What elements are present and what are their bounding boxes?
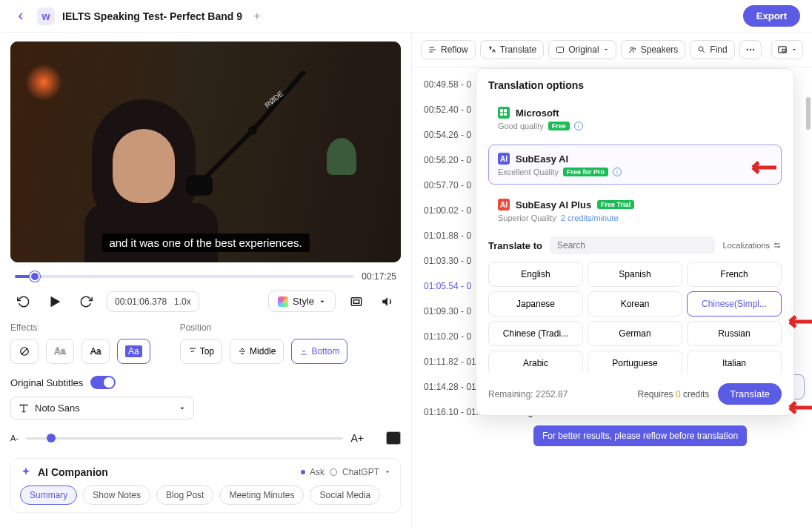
translate-to-label: Translate to bbox=[488, 240, 542, 251]
info-icon[interactable]: i bbox=[613, 168, 622, 176]
language-search-input[interactable] bbox=[550, 236, 715, 254]
rewind-button[interactable] bbox=[13, 291, 34, 312]
top-bar: w IELTS Speaking Test- Perfect Band 9 + … bbox=[0, 0, 812, 33]
microsoft-icon bbox=[498, 107, 510, 119]
duration-label: 00:17:25 bbox=[362, 271, 396, 282]
language-option[interactable]: Russian bbox=[687, 321, 782, 346]
size-knob[interactable] bbox=[47, 434, 56, 443]
layout-button[interactable] bbox=[771, 40, 803, 59]
more-button[interactable] bbox=[739, 40, 762, 59]
svg-point-41 bbox=[775, 243, 776, 245]
language-option[interactable]: Korean bbox=[588, 291, 682, 316]
font-name: Noto Sans bbox=[35, 402, 80, 414]
sparkle-icon bbox=[20, 466, 32, 478]
svg-rect-35 bbox=[500, 109, 503, 112]
svg-marker-5 bbox=[51, 296, 61, 307]
find-button[interactable]: Find bbox=[690, 40, 734, 59]
fullscreen-button[interactable] bbox=[346, 291, 367, 312]
svg-rect-8 bbox=[353, 299, 359, 303]
scrollbar[interactable] bbox=[805, 67, 811, 527]
ai-tab-meeting-minutes[interactable]: Meeting Minutes bbox=[219, 485, 304, 505]
annotation-arrow-2 bbox=[782, 313, 812, 331]
ai-tab-blog-post[interactable]: Blog Post bbox=[156, 485, 213, 505]
ai-tab-social-media[interactable]: Social Media bbox=[310, 485, 380, 505]
time-display[interactable]: 00:01:06.378 1.0x bbox=[107, 291, 199, 312]
font-select[interactable]: Noto Sans bbox=[10, 397, 194, 420]
reflow-tip: For better results, please reflow before… bbox=[533, 425, 747, 446]
reflow-button[interactable]: Reflow bbox=[421, 40, 476, 59]
language-option[interactable]: Chinese(Simpl... bbox=[687, 291, 782, 316]
export-button[interactable]: Export bbox=[743, 5, 800, 27]
svg-rect-37 bbox=[500, 113, 503, 116]
language-option[interactable]: French bbox=[687, 262, 782, 287]
language-option[interactable]: Japanese bbox=[488, 291, 583, 316]
ai-tab-summary[interactable]: Summary bbox=[20, 485, 77, 505]
subtitle-color[interactable] bbox=[386, 431, 401, 445]
left-pane: RØDE and it was one of the best experien… bbox=[0, 33, 411, 527]
requires-label: Requires 0 credits bbox=[638, 389, 710, 400]
svg-rect-33 bbox=[782, 49, 785, 52]
provider-subeasy-ai[interactable]: AI SubEasy AI Excellent Quality Free for… bbox=[488, 145, 782, 185]
svg-rect-3 bbox=[186, 175, 213, 196]
language-option[interactable]: Portuguese bbox=[588, 351, 682, 373]
timeline-track[interactable] bbox=[15, 275, 354, 278]
effect-shadow[interactable]: Aa bbox=[81, 339, 110, 364]
forward-button[interactable] bbox=[76, 291, 96, 312]
language-option[interactable]: Arabic bbox=[488, 351, 583, 373]
effect-box[interactable]: Aa bbox=[117, 339, 150, 364]
language-option[interactable]: German bbox=[588, 321, 682, 346]
svg-marker-17 bbox=[181, 407, 184, 409]
position-top[interactable]: Top bbox=[180, 339, 222, 364]
subtitles-toggle[interactable] bbox=[90, 376, 116, 389]
player-controls: 00:01:06.378 1.0x Style bbox=[10, 291, 401, 312]
style-icon bbox=[278, 296, 288, 307]
video-preview[interactable]: RØDE and it was one of the best experien… bbox=[10, 42, 401, 262]
speakers-button[interactable]: Speakers bbox=[621, 40, 686, 59]
svg-marker-9 bbox=[382, 297, 387, 306]
translate-confirm-button[interactable]: Translate bbox=[718, 383, 782, 405]
font-icon bbox=[19, 403, 29, 414]
provider-microsoft[interactable]: Microsoft Good quality Free i bbox=[488, 99, 782, 139]
timeline-knob[interactable] bbox=[30, 271, 40, 282]
position-bottom[interactable]: Bottom bbox=[291, 339, 347, 364]
effect-none[interactable] bbox=[10, 339, 39, 364]
position-middle[interactable]: Middle bbox=[230, 339, 284, 364]
chevron-down-icon bbox=[384, 468, 391, 476]
svg-rect-36 bbox=[504, 109, 507, 112]
svg-line-28 bbox=[703, 50, 705, 53]
playback-speed: 1.0x bbox=[174, 296, 191, 307]
style-button[interactable]: Style bbox=[268, 291, 336, 312]
size-slider[interactable] bbox=[26, 437, 343, 440]
play-button[interactable] bbox=[44, 291, 65, 312]
annotation-arrow-3 bbox=[782, 399, 812, 417]
volume-button[interactable] bbox=[377, 291, 398, 312]
settings-icon bbox=[773, 241, 782, 250]
svg-marker-6 bbox=[321, 300, 325, 302]
svg-point-29 bbox=[746, 49, 748, 50]
ai-icon: AI bbox=[498, 153, 510, 165]
ai-tab-show-notes[interactable]: Show Notes bbox=[83, 485, 150, 505]
language-option[interactable]: Italian bbox=[687, 351, 782, 373]
ai-plus-icon: AI bbox=[498, 199, 510, 211]
language-option[interactable]: Chinese (Tradi... bbox=[488, 321, 583, 346]
provider-subeasy-plus[interactable]: AI SubEasy AI Plus Free Trial Superior Q… bbox=[488, 190, 782, 231]
page-title: IELTS Speaking Test- Perfect Band 9 bbox=[62, 10, 242, 22]
language-option[interactable]: Spanish bbox=[588, 262, 682, 287]
localizations-button[interactable]: Localizations bbox=[722, 241, 782, 250]
position-label: Position bbox=[180, 322, 348, 333]
add-tab-button[interactable]: + bbox=[250, 9, 264, 24]
original-dropdown[interactable]: Original bbox=[548, 40, 616, 59]
app-logo: w bbox=[37, 7, 55, 25]
translate-button[interactable]: Translate bbox=[480, 40, 545, 59]
font-size-row: A- A+ bbox=[10, 431, 401, 445]
back-button[interactable] bbox=[12, 7, 30, 25]
effects-label: Effects bbox=[10, 322, 150, 333]
ai-companion-panel: AI Companion Ask ChatGPT SummaryShow Not… bbox=[10, 458, 401, 513]
chatgpt-icon bbox=[329, 468, 338, 477]
info-icon[interactable]: i bbox=[574, 122, 583, 130]
language-option[interactable]: English bbox=[488, 262, 583, 287]
svg-rect-7 bbox=[351, 297, 362, 305]
effect-outline[interactable]: Aa bbox=[46, 339, 74, 364]
ask-chatgpt[interactable]: Ask ChatGPT bbox=[301, 467, 391, 477]
svg-point-27 bbox=[699, 47, 703, 51]
